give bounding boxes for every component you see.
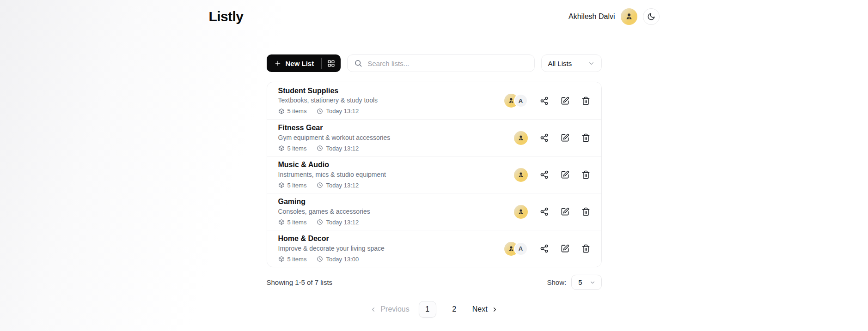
- previous-label: Previous: [380, 305, 409, 313]
- page-button-2[interactable]: 2: [446, 301, 463, 318]
- list-item[interactable]: Home & Decor Improve & decorate your liv…: [267, 230, 601, 267]
- trash-icon: [581, 207, 590, 216]
- lists-container: Student Supplies Textbooks, stationery &…: [267, 82, 602, 267]
- list-item[interactable]: Fitness Gear Gym equipment & workout acc…: [267, 119, 601, 156]
- avatar-stack: [504, 131, 528, 145]
- plus-icon: [274, 60, 281, 67]
- layout-grid-icon: [327, 60, 335, 67]
- list-description: Improve & decorate your living space: [278, 245, 385, 253]
- updated-time-label: Today 13:12: [326, 219, 359, 226]
- user-name: Akhilesh Dalvi: [568, 12, 615, 21]
- collaborator-badge: A: [514, 242, 528, 256]
- search-box: [347, 54, 534, 72]
- list-item[interactable]: Music & Audio Instruments, mics & studio…: [267, 156, 601, 193]
- list-item-actions: [504, 131, 590, 145]
- avatar-stack: [504, 168, 528, 182]
- trash-icon: [581, 170, 590, 179]
- list-footer: Showing 1-5 of 7 lists Show: 5: [267, 275, 602, 290]
- chevron-down-icon: [589, 279, 596, 286]
- updated-time-label: Today 13:00: [326, 256, 359, 263]
- list-item-info: Student Supplies Textbooks, stationery &…: [278, 87, 378, 114]
- updated-time: Today 13:12: [317, 145, 359, 152]
- items-count-label: 5 items: [287, 182, 307, 189]
- list-meta: 5 items Today 13:12: [278, 108, 378, 114]
- theme-toggle-button[interactable]: [643, 8, 660, 25]
- trash-icon: [581, 133, 590, 142]
- person-avatar-icon: [517, 171, 525, 179]
- list-description: Gym equipment & workout accessories: [278, 134, 391, 142]
- share-button[interactable]: [540, 170, 549, 179]
- list-title: Gaming: [278, 198, 370, 206]
- package-icon: [278, 219, 285, 225]
- delete-button[interactable]: [581, 244, 590, 253]
- package-icon: [278, 256, 285, 262]
- previous-page-button[interactable]: Previous: [370, 305, 409, 313]
- page-button-1[interactable]: 1: [419, 301, 436, 318]
- user-avatar[interactable]: [621, 8, 637, 25]
- list-meta: 5 items Today 13:12: [278, 182, 386, 189]
- package-icon: [278, 108, 285, 114]
- items-count-label: 5 items: [287, 256, 307, 263]
- pagination: Previous 1 2 Next: [267, 301, 602, 318]
- list-description: Instruments, mics & studio equipment: [278, 171, 386, 179]
- share-button[interactable]: [540, 207, 549, 216]
- updated-time: Today 13:12: [317, 182, 359, 189]
- delete-button[interactable]: [581, 170, 590, 179]
- updated-time: Today 13:00: [317, 256, 359, 263]
- edit-button[interactable]: [561, 170, 569, 179]
- share-icon: [540, 244, 549, 253]
- chevron-left-icon: [370, 306, 377, 313]
- avatar-stack: [504, 205, 528, 219]
- delete-button[interactable]: [581, 207, 590, 216]
- edit-icon: [561, 207, 569, 216]
- clock-icon: [317, 182, 323, 188]
- list-meta: 5 items Today 13:00: [278, 256, 385, 263]
- avatar-stack: A: [504, 242, 528, 256]
- share-button[interactable]: [540, 244, 549, 253]
- updated-time: Today 13:12: [317, 108, 359, 114]
- list-item[interactable]: Student Supplies Textbooks, stationery &…: [267, 82, 601, 119]
- showing-text: Showing 1-5 of 7 lists: [267, 278, 333, 286]
- show-group: Show: 5: [547, 275, 601, 290]
- list-filter-value: All Lists: [548, 60, 572, 67]
- list-item-info: Home & Decor Improve & decorate your liv…: [278, 235, 385, 262]
- grid-view-button[interactable]: [322, 54, 341, 72]
- items-count: 5 items: [278, 145, 307, 152]
- owner-avatar: [514, 168, 528, 182]
- clock-icon: [317, 145, 323, 151]
- delete-button[interactable]: [581, 133, 590, 142]
- updated-time-label: Today 13:12: [326, 108, 359, 114]
- list-title: Home & Decor: [278, 235, 385, 243]
- main-content: New List All Lists: [267, 54, 602, 318]
- items-count: 5 items: [278, 108, 307, 114]
- search-icon: [354, 59, 362, 67]
- edit-icon: [561, 96, 569, 105]
- next-page-button[interactable]: Next: [472, 305, 498, 313]
- person-avatar-icon: [517, 134, 525, 142]
- share-button[interactable]: [540, 133, 549, 142]
- edit-button[interactable]: [561, 244, 569, 253]
- share-icon: [540, 133, 549, 142]
- app-title: Listly: [209, 9, 244, 24]
- list-title: Fitness Gear: [278, 124, 391, 132]
- list-title: Music & Audio: [278, 161, 386, 169]
- share-button[interactable]: [540, 96, 549, 105]
- list-item-actions: A: [504, 94, 590, 108]
- clock-icon: [317, 219, 323, 225]
- list-filter-dropdown[interactable]: All Lists: [541, 54, 602, 72]
- chevron-right-icon: [491, 306, 498, 313]
- list-description: Consoles, games & accessories: [278, 208, 370, 216]
- page-size-dropdown[interactable]: 5: [571, 275, 601, 290]
- list-item-actions: [504, 205, 590, 219]
- search-input[interactable]: [367, 60, 527, 67]
- list-item-info: Music & Audio Instruments, mics & studio…: [278, 161, 386, 188]
- package-icon: [278, 182, 285, 188]
- collaborator-badge: A: [514, 94, 528, 108]
- edit-button[interactable]: [561, 96, 569, 105]
- edit-button[interactable]: [561, 207, 569, 216]
- edit-button[interactable]: [561, 133, 569, 142]
- package-icon: [278, 145, 285, 151]
- delete-button[interactable]: [581, 96, 590, 105]
- new-list-button[interactable]: New List: [267, 54, 341, 72]
- list-item[interactable]: Gaming Consoles, games & accessories 5 i…: [267, 193, 601, 230]
